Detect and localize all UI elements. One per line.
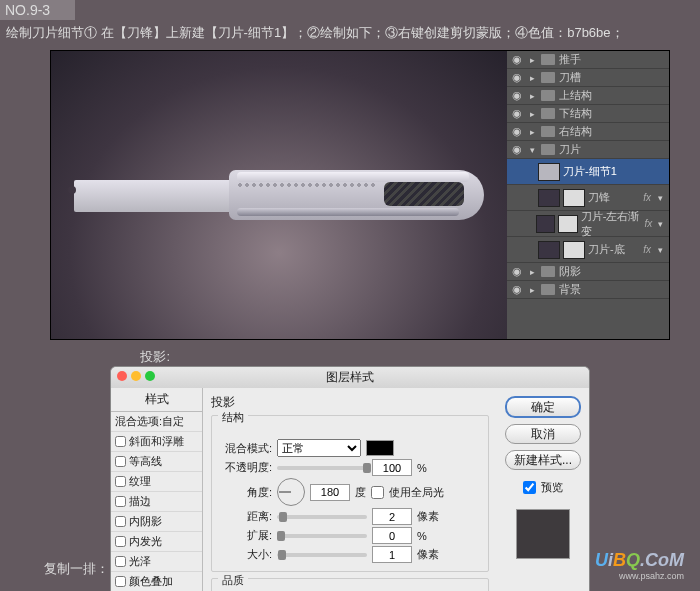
- layer-row-blade-gradient[interactable]: 刀片-左右渐变fx▾: [507, 211, 669, 237]
- visibility-icon[interactable]: ◉: [511, 143, 523, 156]
- layer-row-shadow[interactable]: ◉▸阴影: [507, 263, 669, 281]
- style-bevel[interactable]: 斜面和浮雕: [111, 432, 202, 452]
- style-checkbox[interactable]: [115, 516, 126, 527]
- layer-row-upper[interactable]: ◉▸上结构: [507, 87, 669, 105]
- style-inner-glow[interactable]: 内发光: [111, 532, 202, 552]
- visibility-icon[interactable]: ◉: [511, 71, 523, 84]
- layer-row-blade-detail1[interactable]: 刀片-细节1: [507, 159, 669, 185]
- style-blend-options[interactable]: 混合选项:自定: [111, 412, 202, 432]
- fx-indicator[interactable]: fx: [643, 244, 651, 255]
- utility-knife-illustration: [74, 160, 484, 230]
- distance-input[interactable]: [372, 508, 412, 525]
- distance-slider[interactable]: [277, 515, 367, 519]
- zoom-icon[interactable]: [145, 371, 155, 381]
- layer-label: 刀片-细节1: [563, 164, 617, 179]
- layer-label: 阴影: [559, 264, 581, 279]
- blend-mode-select[interactable]: 正常: [277, 439, 361, 457]
- fx-indicator[interactable]: fx: [645, 218, 653, 229]
- watermark-sub: www.psahz.com: [595, 571, 684, 581]
- opacity-slider[interactable]: [277, 466, 367, 470]
- visibility-icon[interactable]: ◉: [511, 125, 523, 138]
- layer-row-blade-base[interactable]: 刀片-底fx▾: [507, 237, 669, 263]
- ok-button[interactable]: 确定: [505, 396, 581, 418]
- folder-icon: [541, 90, 555, 101]
- layer-row-lower[interactable]: ◉▸下结构: [507, 105, 669, 123]
- chevron-down-icon[interactable]: ▾: [655, 245, 665, 255]
- visibility-icon[interactable]: ◉: [511, 107, 523, 120]
- style-color-overlay[interactable]: 颜色叠加: [111, 572, 202, 591]
- knife-teeth: [237, 182, 377, 188]
- angle-input[interactable]: [310, 484, 350, 501]
- layer-label: 背景: [559, 282, 581, 297]
- style-checkbox[interactable]: [115, 456, 126, 467]
- layer-row-right-struct[interactable]: ◉▸右结构: [507, 123, 669, 141]
- px-unit: 像素: [417, 547, 439, 562]
- folder-icon: [541, 108, 555, 119]
- preview-checkbox[interactable]: [523, 481, 536, 494]
- style-stroke[interactable]: 描边: [111, 492, 202, 512]
- opacity-input[interactable]: [372, 459, 412, 476]
- size-input[interactable]: [372, 546, 412, 563]
- layer-thumb: [536, 215, 555, 233]
- spread-input[interactable]: [372, 527, 412, 544]
- expand-icon[interactable]: ▸: [527, 285, 537, 295]
- style-texture[interactable]: 纹理: [111, 472, 202, 492]
- style-checkbox[interactable]: [115, 536, 126, 547]
- style-checkbox[interactable]: [115, 436, 126, 447]
- knife-handle-top: [237, 172, 469, 182]
- layer-label: 右结构: [559, 124, 592, 139]
- dialog-buttons: 确定 取消 新建样式... 预览: [497, 388, 589, 591]
- expand-icon[interactable]: ▸: [527, 127, 537, 137]
- cancel-button[interactable]: 取消: [505, 424, 581, 444]
- layer-label: 推手: [559, 52, 581, 67]
- style-checkbox[interactable]: [115, 476, 126, 487]
- size-slider[interactable]: [277, 553, 367, 557]
- mask-thumb: [563, 241, 585, 259]
- expand-icon[interactable]: ▸: [527, 267, 537, 277]
- folder-icon: [541, 266, 555, 277]
- folder-icon: [541, 126, 555, 137]
- layer-row-pushhand[interactable]: ◉▸推手: [507, 51, 669, 69]
- quality-legend: 品质: [218, 573, 248, 588]
- layer-label: 上结构: [559, 88, 592, 103]
- style-checkbox[interactable]: [115, 496, 126, 507]
- style-contour-opt[interactable]: 等高线: [111, 452, 202, 472]
- knife-handle-bottom: [237, 208, 459, 216]
- new-style-button[interactable]: 新建样式...: [505, 450, 581, 470]
- structure-legend: 结构: [218, 410, 248, 425]
- angle-dial[interactable]: [277, 478, 305, 506]
- layer-row-blade-folder[interactable]: ◉▾刀片: [507, 141, 669, 159]
- visibility-icon[interactable]: ◉: [511, 265, 523, 278]
- layer-row-slot[interactable]: ◉▸刀槽: [507, 69, 669, 87]
- style-checkbox[interactable]: [115, 556, 126, 567]
- expand-icon[interactable]: ▸: [527, 73, 537, 83]
- expand-icon[interactable]: ▸: [527, 109, 537, 119]
- expand-icon[interactable]: ▾: [527, 145, 537, 155]
- knife-handle: [229, 170, 484, 220]
- visibility-icon[interactable]: ◉: [511, 283, 523, 296]
- global-light-checkbox[interactable]: [371, 486, 384, 499]
- style-list: 样式 混合选项:自定 斜面和浮雕 等高线 纹理 描边 内阴影 内发光 光泽 颜色…: [111, 388, 203, 591]
- layer-row-blade-edge[interactable]: 刀锋fx▾: [507, 185, 669, 211]
- style-checkbox[interactable]: [115, 576, 126, 587]
- chevron-down-icon[interactable]: ▾: [655, 193, 665, 203]
- chevron-down-icon[interactable]: ▾: [656, 219, 665, 229]
- mask-thumb: [563, 189, 585, 207]
- quality-group: 品质 等高线: 消除锯齿 杂色: %: [211, 578, 489, 591]
- duplicate-row-label: 复制一排：: [44, 560, 109, 578]
- percent-unit: %: [417, 462, 427, 474]
- minimize-icon[interactable]: [131, 371, 141, 381]
- visibility-icon[interactable]: ◉: [511, 89, 523, 102]
- canvas-preview: [51, 51, 507, 339]
- visibility-icon[interactable]: ◉: [511, 53, 523, 66]
- fx-indicator[interactable]: fx: [643, 192, 651, 203]
- spread-slider[interactable]: [277, 534, 367, 538]
- expand-icon[interactable]: ▸: [527, 91, 537, 101]
- preview-label: 预览: [541, 480, 563, 495]
- expand-icon[interactable]: ▸: [527, 55, 537, 65]
- shadow-color-swatch[interactable]: [366, 440, 394, 456]
- style-inner-shadow[interactable]: 内阴影: [111, 512, 202, 532]
- layer-row-background[interactable]: ◉▸背景: [507, 281, 669, 299]
- close-icon[interactable]: [117, 371, 127, 381]
- style-satin[interactable]: 光泽: [111, 552, 202, 572]
